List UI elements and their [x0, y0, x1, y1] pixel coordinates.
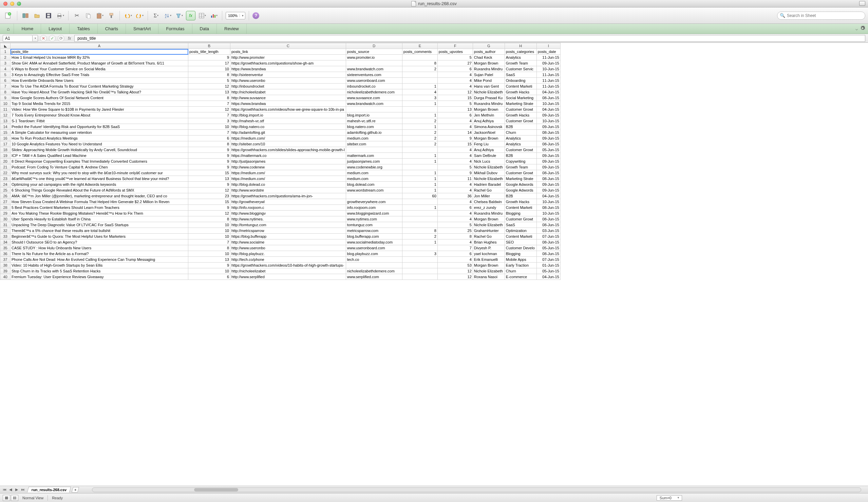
- cell[interactable]: Divyesh P.: [473, 245, 505, 251]
- row-header[interactable]: 31: [0, 222, 11, 228]
- row-header[interactable]: 18: [0, 147, 11, 153]
- cell[interactable]: 4: [437, 147, 473, 153]
- cell[interactable]: [402, 72, 437, 78]
- cell[interactable]: 1: [402, 112, 437, 118]
- cell[interactable]: http://www.socialme: [230, 240, 346, 245]
- cell[interactable]: Podcast: From Coding To Venture Capital …: [11, 164, 188, 170]
- cell[interactable]: â€œWhatâ€™s one thing youâ€™ve learned a…: [11, 176, 188, 182]
- cell[interactable]: Rachel Go: [473, 234, 505, 240]
- cell[interactable]: http://www.promoter: [230, 55, 346, 60]
- cell[interactable]: 10: [188, 234, 230, 240]
- col-header-I[interactable]: I: [537, 43, 560, 49]
- cell[interactable]: Chad Keck: [473, 55, 505, 60]
- cell[interactable]: http://siteber.com/10: [230, 141, 346, 147]
- cell[interactable]: 1: [402, 159, 437, 164]
- cell[interactable]: 1: [402, 205, 437, 211]
- cell[interactable]: 13: [188, 89, 230, 95]
- open-icon[interactable]: [32, 11, 42, 20]
- cell[interactable]: 1: [402, 153, 437, 159]
- col-header-C[interactable]: C: [230, 43, 346, 49]
- cell[interactable]: 6 Ways to Boost Your Customer Service on…: [11, 66, 188, 72]
- row-header[interactable]: 27: [0, 199, 11, 205]
- cell[interactable]: 5: [437, 222, 473, 228]
- cell[interactable]: growtheverywhere.com: [346, 199, 402, 205]
- cell[interactable]: Nichole Elizabeth: [473, 222, 505, 228]
- cell[interactable]: http://www.nytimes.: [230, 217, 346, 222]
- cell[interactable]: 10-Jun-15: [537, 211, 560, 217]
- sum-display[interactable]: Sum=0: [657, 495, 682, 501]
- cell[interactable]: 8 Direct Response Copywriting Examples T…: [11, 159, 188, 164]
- cell[interactable]: Top 9 Social Media Trends for 2015: [11, 101, 188, 107]
- row-header[interactable]: 36: [0, 251, 11, 257]
- cell[interactable]: 10-Jun-15: [537, 66, 560, 72]
- cell[interactable]: medium.com: [346, 176, 402, 182]
- cell[interactable]: 04-Jun-15: [537, 89, 560, 95]
- cell[interactable]: Growth Hacks: [505, 89, 537, 95]
- cell[interactable]: www.brandwatch.com: [346, 66, 402, 72]
- minimize-window-button[interactable]: [10, 2, 14, 6]
- cell[interactable]: B2B: [505, 193, 537, 199]
- cell[interactable]: A Simple Calculator for measuring user r…: [11, 130, 188, 135]
- cell[interactable]: 09-Jun-15: [537, 153, 560, 159]
- sheet-tab-active[interactable]: run_results-268.csv: [27, 487, 71, 492]
- cell[interactable]: 7: [188, 101, 230, 107]
- cell[interactable]: tomtunguz.com: [346, 222, 402, 228]
- cell[interactable]: Feng Liu: [473, 141, 505, 147]
- cell[interactable]: posts_author: [473, 49, 505, 55]
- cell[interactable]: nicholeelizabethdemere.com: [346, 89, 402, 95]
- cell[interactable]: posts_categories: [505, 49, 537, 55]
- cell[interactable]: blog.import.io: [346, 112, 402, 118]
- row-header[interactable]: 30: [0, 217, 11, 222]
- cell[interactable]: posts_title: [11, 49, 188, 55]
- row-header[interactable]: 1: [0, 49, 11, 55]
- cell[interactable]: 1: [402, 188, 437, 193]
- cell[interactable]: Ruxandra Mindru: [473, 66, 505, 72]
- name-box-dropdown[interactable]: ▾: [33, 35, 38, 42]
- cell[interactable]: http://www.codenew: [230, 164, 346, 170]
- cell[interactable]: www.bloggingwizard.com: [346, 211, 402, 217]
- row-header[interactable]: 14: [0, 124, 11, 130]
- cell[interactable]: 4: [437, 118, 473, 124]
- cell[interactable]: 10: [188, 124, 230, 130]
- cell[interactable]: Uber Spends Heavily to Establish Itself …: [11, 217, 188, 222]
- format-painter-icon[interactable]: [106, 11, 116, 20]
- cell[interactable]: 3: [402, 95, 437, 101]
- cell[interactable]: 9: [188, 182, 230, 188]
- restore-button[interactable]: [859, 1, 865, 6]
- cell[interactable]: [402, 257, 437, 262]
- cell[interactable]: 9: [437, 170, 473, 176]
- row-header[interactable]: 39: [0, 268, 11, 274]
- cell[interactable]: Should I Outsource SEO to an Agency?: [11, 240, 188, 245]
- cell[interactable]: 08-Jun-15: [537, 217, 560, 222]
- cell[interactable]: 8: [402, 228, 437, 234]
- cell[interactable]: 6: [437, 205, 473, 211]
- cell[interactable]: http://www.serplified: [230, 274, 346, 280]
- cell[interactable]: 7: [188, 240, 230, 245]
- cell[interactable]: 2: [402, 66, 437, 72]
- row-header[interactable]: 16: [0, 135, 11, 141]
- save-icon[interactable]: [44, 11, 53, 20]
- cell[interactable]: www.serplified.com: [346, 274, 402, 280]
- cell[interactable]: www.socialmediatoday.com: [346, 240, 402, 245]
- cell[interactable]: [346, 147, 402, 153]
- cell[interactable]: 10: [188, 268, 230, 274]
- cell[interactable]: [402, 211, 437, 217]
- cell[interactable]: 13: [188, 257, 230, 262]
- cell[interactable]: 4: [402, 89, 437, 95]
- cell[interactable]: Ruxandra Mindru: [473, 101, 505, 107]
- cell[interactable]: http://growtheverywl: [230, 199, 346, 205]
- cell[interactable]: http://www.suvaance: [230, 95, 346, 101]
- cell[interactable]: Video: 10 Habits of High-Growth Startups…: [11, 262, 188, 268]
- cell[interactable]: www.wordstream.com: [346, 188, 402, 193]
- cell[interactable]: 9: [188, 55, 230, 60]
- cell[interactable]: 03-Jun-15: [537, 228, 560, 234]
- cell[interactable]: 9: [188, 164, 230, 170]
- cell[interactable]: Phone Calls Are Not Dead: How An Evolved…: [11, 257, 188, 262]
- cell[interactable]: 10-Jun-15: [537, 101, 560, 107]
- cell[interactable]: Nichole Elizabeth: [473, 176, 505, 182]
- cell[interactable]: 4: [437, 240, 473, 245]
- cell[interactable]: Customer Growt: [505, 217, 537, 222]
- cell[interactable]: 12: [437, 268, 473, 274]
- tab-data[interactable]: Data: [193, 24, 217, 34]
- cell[interactable]: siteber.com: [346, 141, 402, 147]
